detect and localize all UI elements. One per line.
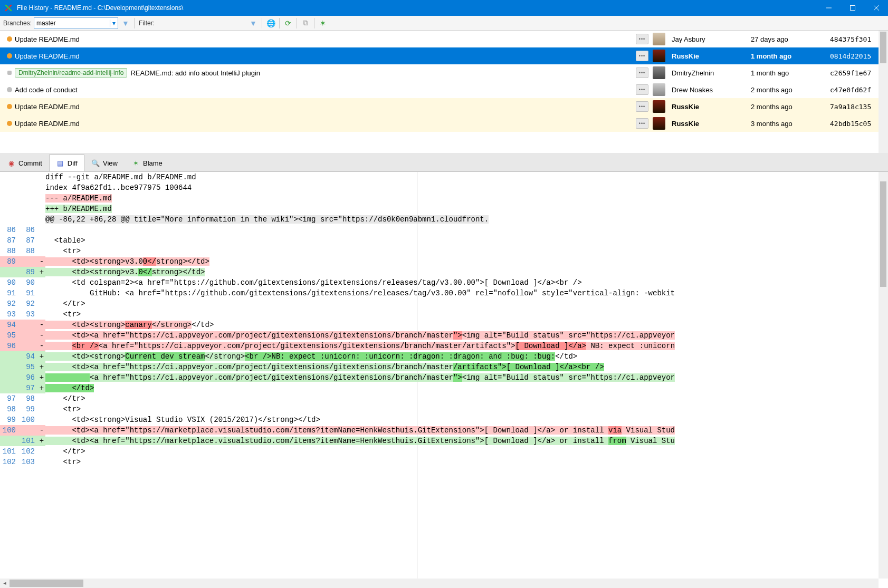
commit-row[interactable]: Update README.md•••Jay Asbury27 days ago…: [0, 31, 888, 47]
midline: [417, 172, 417, 588]
avatar: [653, 66, 665, 79]
toolbar: Branches: master ▾ ▼ Filter: ▼ 🌐 ⟳ ⧉ ✶: [0, 16, 888, 31]
commit-date: 2 months ago: [751, 86, 830, 94]
tab-diff[interactable]: ▤Diff: [49, 155, 84, 171]
scrollbar-vertical[interactable]: [879, 172, 888, 579]
commit-subject: Update README.md: [15, 120, 80, 128]
graph-dot: [4, 71, 15, 75]
diff-line: 89- <td><strong>v3.00</strong></td>: [0, 256, 888, 267]
bug-icon: ✶: [131, 159, 140, 167]
scroll-left-icon[interactable]: ◂: [0, 578, 9, 588]
diff-line: 100- <td><a href="https://marketplace.vi…: [0, 425, 888, 436]
tab-blame[interactable]: ✶Blame: [125, 155, 169, 171]
scrollbar-horizontal[interactable]: ◂: [0, 579, 879, 588]
commit-icon: ◉: [7, 159, 15, 167]
commit-list: Update README.md•••Jay Asbury27 days ago…: [0, 31, 888, 153]
commit-author: RussKie: [672, 52, 751, 60]
commit-row[interactable]: Update README.md•••RussKie3 months ago42…: [0, 115, 888, 132]
tab-label: Commit: [18, 159, 42, 167]
diff-line: @@ -86,22 +86,28 @@ title="More informat…: [0, 214, 888, 225]
diff-line: 9798 </tr>: [0, 393, 888, 404]
commit-author: Drew Noakes: [672, 86, 751, 94]
diff-icon: ▤: [56, 159, 64, 167]
diff-line: 101+ <td><a href="https://marketplace.vi…: [0, 436, 888, 446]
branch-selected-value: master: [36, 20, 56, 27]
commit-row[interactable]: DmitryZhelnin/readme-add-intellij-infoRE…: [0, 64, 888, 81]
commit-date: 2 months ago: [751, 103, 830, 111]
diff-line: 99100 <td><strong>Visual Studio VSIX (20…: [0, 415, 888, 425]
tab-view[interactable]: 🔍View: [84, 155, 125, 171]
commit-row[interactable]: Update README.md•••RussKie1 month ago081…: [0, 47, 888, 64]
diff-line: index 4f9a62fd1..bce977975 100644: [0, 182, 888, 193]
more-button[interactable]: •••: [636, 51, 648, 61]
diff-line: 95- <td><a href="https://ci.appveyor.com…: [0, 330, 888, 341]
refresh-icon[interactable]: ⟳: [283, 18, 293, 28]
copy-icon[interactable]: ⧉: [300, 18, 311, 28]
diff-line: 101102 </tr>: [0, 446, 888, 457]
commit-subject: Update README.md: [15, 52, 80, 60]
tab-bar: ◉Commit ▤Diff 🔍View ✶Blame: [0, 153, 888, 172]
close-button[interactable]: [864, 0, 888, 16]
commit-subject: Update README.md: [15, 35, 80, 43]
separator: [297, 18, 297, 28]
filter-input[interactable]: [157, 17, 246, 29]
diff-line: +++ b/README.md: [0, 204, 888, 214]
tab-label: View: [103, 159, 118, 167]
minimize-button[interactable]: [817, 0, 841, 16]
graph-dot: [4, 36, 15, 42]
app-icon: [4, 4, 13, 12]
graph-dot: [4, 87, 15, 92]
scrollbar-thumb[interactable]: [880, 32, 886, 63]
commit-date: 27 days ago: [751, 35, 830, 43]
commit-subject: Add code of conduct: [15, 86, 78, 94]
more-button[interactable]: •••: [636, 101, 648, 112]
diff-line: 9899 <tr>: [0, 404, 888, 415]
globe-icon[interactable]: 🌐: [265, 18, 276, 28]
graph-dot: [4, 104, 15, 109]
chevron-down-icon: ▾: [110, 20, 116, 27]
commit-row[interactable]: Add code of conduct•••Drew Noakes2 month…: [0, 81, 888, 98]
diff-line: 9292 </tr>: [0, 298, 888, 309]
search-icon: 🔍: [91, 159, 100, 167]
filter-icon[interactable]: ▼: [120, 18, 131, 28]
diff-line: --- a/README.md: [0, 193, 888, 204]
separator: [134, 18, 135, 28]
scrollbar-thumb[interactable]: [9, 580, 83, 587]
commit-subject: Update README.md: [15, 103, 80, 111]
more-button[interactable]: •••: [636, 68, 648, 78]
scrollbar-vertical[interactable]: [879, 31, 888, 153]
branch-select[interactable]: master ▾: [34, 17, 118, 29]
commit-subject: README.md: add info about IntelliJ plugi…: [130, 69, 260, 77]
funnel-icon[interactable]: ▼: [248, 18, 259, 28]
diff-line: 96+ <a href="https://ci.appveyor.com/pro…: [0, 372, 888, 383]
diff-line: diff --git a/README.md b/README.md: [0, 172, 888, 182]
diff-line: 89+ <td><strong>v3.0</strong></td>: [0, 267, 888, 277]
avatar: [653, 117, 665, 130]
avatar: [653, 50, 665, 62]
more-button[interactable]: •••: [636, 34, 648, 44]
graph-dot: [4, 121, 15, 126]
tab-label: Blame: [143, 159, 163, 167]
diff-line: 9393 <tr>: [0, 309, 888, 320]
more-button[interactable]: •••: [636, 118, 648, 129]
diff-line: 97+ </td>: [0, 383, 888, 393]
diff-line: 94- <td><strong>canary</strong></td>: [0, 320, 888, 330]
maximize-button[interactable]: [841, 0, 864, 16]
scrollbar-thumb[interactable]: [880, 181, 886, 287]
window-title: File History - README.md - C:\Developmen…: [17, 4, 817, 12]
diff-line: 94+ <td><strong>Current dev stream</stro…: [0, 351, 888, 362]
more-button[interactable]: •••: [636, 84, 648, 95]
bug-icon[interactable]: ✶: [318, 18, 328, 28]
separator: [262, 18, 262, 28]
commit-date: 3 months ago: [751, 120, 830, 128]
commit-author: RussKie: [672, 120, 751, 128]
avatar: [653, 33, 665, 45]
tab-label: Diff: [68, 159, 78, 167]
titlebar: File History - README.md - C:\Developmen…: [0, 0, 888, 16]
avatar: [653, 83, 665, 96]
commit-row[interactable]: Update README.md•••RussKie2 months ago7a…: [0, 98, 888, 115]
diff-line: 95+ <td><a href="https://ci.appveyor.com…: [0, 362, 888, 372]
diff-view: diff --git a/README.md b/README.mdindex …: [0, 172, 888, 588]
diff-line: 8888 <tr>: [0, 246, 888, 256]
tab-commit[interactable]: ◉Commit: [0, 155, 49, 171]
